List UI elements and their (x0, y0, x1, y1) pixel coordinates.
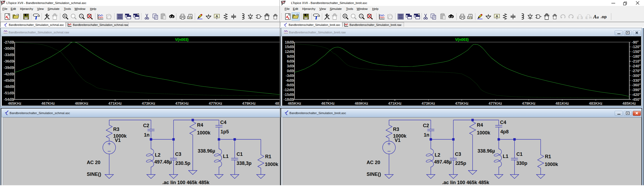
svg-text:C2: C2 (143, 123, 149, 128)
svg-text:230.5p: 230.5p (175, 161, 190, 166)
svg-text:4p8: 4p8 (500, 129, 509, 134)
svg-text:SINE(): SINE() (367, 172, 381, 177)
svg-text:R4: R4 (197, 122, 203, 128)
svg-text:.ac lin 100 465k 485k: .ac lin 100 465k 485k (162, 180, 210, 185)
svg-text:1n: 1n (144, 132, 150, 138)
svg-text:AC 20: AC 20 (87, 160, 100, 165)
svg-text:V1: V1 (395, 138, 400, 143)
svg-text:AC 20: AC 20 (367, 160, 380, 165)
svg-text:225p: 225p (455, 161, 466, 166)
svg-text:R4: R4 (477, 122, 483, 128)
svg-text:.ac lin 100 465k 485k: .ac lin 100 465k 485k (442, 180, 489, 185)
svg-text:R1: R1 (545, 154, 551, 159)
svg-text:C3: C3 (455, 152, 461, 157)
svg-text:V1: V1 (115, 138, 121, 143)
svg-text:497.48µ: 497.48µ (434, 159, 451, 165)
svg-text:L2: L2 (435, 152, 440, 158)
svg-text:R3: R3 (113, 127, 119, 132)
svg-text:1000k: 1000k (197, 130, 211, 135)
svg-text:C1: C1 (516, 152, 523, 157)
svg-text:C3: C3 (175, 152, 181, 157)
svg-text:C1: C1 (237, 152, 243, 157)
svg-text:1p5: 1p5 (221, 129, 229, 134)
svg-text:SINE(): SINE() (87, 172, 101, 177)
svg-text:L1: L1 (223, 154, 229, 159)
svg-text:C4: C4 (220, 120, 226, 125)
svg-text:L2: L2 (155, 152, 160, 158)
svg-text:R1: R1 (265, 154, 271, 159)
svg-text:338.96µ: 338.96µ (198, 148, 215, 154)
svg-text:1000k: 1000k (265, 162, 278, 167)
svg-text:R3: R3 (393, 127, 399, 132)
svg-text:497.48µ: 497.48µ (154, 159, 172, 165)
svg-text:330p: 330p (516, 161, 527, 166)
svg-text:C4: C4 (500, 120, 506, 125)
svg-text:1n: 1n (424, 132, 429, 138)
svg-text:338.96µ: 338.96µ (478, 148, 495, 154)
svg-text:C2: C2 (423, 123, 429, 128)
svg-text:338,3p: 338,3p (237, 161, 252, 166)
svg-text:1000k: 1000k (545, 162, 558, 167)
svg-text:L1: L1 (503, 154, 508, 159)
svg-text:1000k: 1000k (477, 130, 490, 135)
